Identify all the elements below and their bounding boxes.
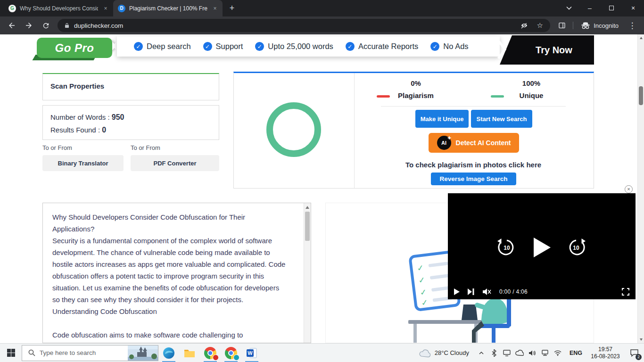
try-now-button[interactable]: Try Now bbox=[500, 35, 594, 65]
article-paragraph: Understanding Code Obfuscation bbox=[52, 305, 288, 317]
notification-count-badge: 2 bbox=[636, 354, 642, 360]
toolbar-divider bbox=[573, 22, 573, 29]
wifi-icon[interactable] bbox=[553, 348, 562, 358]
taskbar-file-explorer-icon[interactable] bbox=[179, 344, 200, 362]
speaker-icon[interactable] bbox=[528, 348, 537, 358]
words-label: Number of Words : bbox=[50, 113, 112, 121]
tab-close-icon[interactable]: × bbox=[211, 5, 219, 12]
search-highlight-image[interactable] bbox=[128, 346, 158, 361]
scroll-down-arrow[interactable] bbox=[640, 338, 643, 341]
photos-hint-text: To check plagiarism in photos click here bbox=[355, 161, 591, 169]
language-indicator[interactable]: ENG bbox=[565, 350, 586, 356]
taskbar-search-input[interactable]: Type here to search bbox=[22, 345, 158, 361]
binary-translator-button[interactable]: Binary Translator bbox=[42, 155, 124, 171]
taskbar-edge-icon[interactable] bbox=[158, 344, 179, 362]
video-player[interactable]: 10 10 0:00 / 4:06 bbox=[448, 193, 636, 299]
plagiarism-percentage: 0% bbox=[390, 79, 442, 87]
scan-stats-card: Number of Words : 950 Results Found : 0 bbox=[42, 105, 219, 140]
stats-divider bbox=[381, 106, 566, 107]
gopro-button[interactable]: Go Pro bbox=[37, 38, 112, 58]
side-panel-icon[interactable] bbox=[554, 18, 570, 33]
maximize-icon bbox=[609, 6, 614, 10]
rewind-10-button[interactable]: 10 bbox=[496, 237, 517, 258]
article-scrollbar-thumb[interactable] bbox=[305, 212, 310, 241]
unique-donut-chart bbox=[266, 102, 321, 157]
reverse-image-search-button[interactable]: Reverse Image Search bbox=[431, 173, 516, 185]
tab-bar: G Why Should Developers Conside × D Plag… bbox=[0, 0, 644, 16]
word-icon: W bbox=[246, 347, 257, 359]
clock-time: 19:57 bbox=[590, 346, 620, 353]
page-scrollbar[interactable] bbox=[637, 34, 644, 343]
detect-ai-label: Detect AI Content bbox=[456, 139, 511, 147]
panel-divider bbox=[354, 73, 355, 188]
maximize-button[interactable] bbox=[601, 0, 622, 16]
display-icon[interactable] bbox=[502, 348, 512, 358]
back-button[interactable] bbox=[4, 18, 20, 33]
fullscreen-button[interactable] bbox=[622, 288, 629, 296]
bluetooth-icon[interactable] bbox=[489, 348, 499, 358]
unique-percentage: 100% bbox=[505, 79, 557, 87]
start-new-search-button[interactable]: Start New Search bbox=[471, 110, 532, 128]
video-big-play-button[interactable] bbox=[534, 238, 551, 257]
chrome-badge bbox=[213, 354, 219, 361]
new-tab-button[interactable]: + bbox=[225, 2, 239, 15]
minimize-button[interactable]: – bbox=[579, 0, 601, 16]
start-button[interactable] bbox=[0, 344, 22, 362]
results-found-row: Results Found : 0 bbox=[50, 123, 211, 136]
tool-label: To or From bbox=[131, 144, 160, 151]
page-scrollbar-thumb[interactable] bbox=[639, 86, 643, 105]
unique-label: Unique bbox=[505, 91, 557, 99]
taskbar-clock[interactable]: 19:57 16-08-2023 bbox=[586, 346, 624, 360]
pdf-converter-button[interactable]: PDF Converter bbox=[131, 155, 219, 171]
svg-text:✓: ✓ bbox=[420, 287, 428, 297]
action-center-button[interactable]: 2 bbox=[624, 344, 644, 362]
tab-close-icon[interactable]: × bbox=[102, 5, 109, 12]
browser-toolbar: duplichecker.com ☆ Incognito ⋮ bbox=[0, 16, 644, 34]
close-video-ad-button[interactable]: × bbox=[625, 185, 633, 193]
url-text[interactable]: duplichecker.com bbox=[74, 22, 514, 29]
forward-10-button[interactable]: 10 bbox=[566, 237, 586, 258]
tab-favicon: D bbox=[118, 5, 125, 12]
next-video-button[interactable] bbox=[468, 288, 475, 295]
search-placeholder: Type here to search bbox=[35, 349, 128, 356]
feature-label: Support bbox=[216, 42, 243, 51]
article-paragraph: Security is a fundamental component of t… bbox=[52, 235, 288, 305]
mute-button[interactable] bbox=[483, 288, 491, 295]
hidden-icons-chevron[interactable] bbox=[477, 348, 486, 358]
bookmark-star-icon[interactable]: ☆ bbox=[534, 20, 545, 31]
browser-window: G Why Should Developers Conside × D Plag… bbox=[0, 0, 644, 362]
taskbar-weather[interactable]: 28°C Cloudy bbox=[414, 349, 474, 357]
close-window-button[interactable]: × bbox=[622, 0, 644, 16]
address-bar[interactable]: duplichecker.com ☆ bbox=[58, 19, 550, 32]
results-label: Results Found : bbox=[50, 126, 102, 134]
browser-menu-icon[interactable]: ⋮ bbox=[624, 18, 640, 33]
rewind-label: 10 bbox=[504, 245, 510, 251]
taskbar-word-icon[interactable]: W bbox=[241, 344, 262, 362]
scroll-up-arrow[interactable] bbox=[640, 37, 643, 39]
plagiarism-legend-dash bbox=[377, 95, 390, 98]
article-scrollbar[interactable] bbox=[304, 203, 311, 343]
taskbar-chrome-2-icon[interactable] bbox=[221, 344, 241, 362]
make-it-unique-button[interactable]: Make it Unique bbox=[415, 110, 469, 128]
tab-plagiarism-checker[interactable]: D Plagiarism Checker | 100% Free a × bbox=[113, 0, 223, 16]
scroll-up-arrow[interactable] bbox=[305, 206, 309, 209]
tab-title: Plagiarism Checker | 100% Free a bbox=[129, 5, 207, 12]
article-paragraph: Why Should Developers Consider Code Obfu… bbox=[52, 211, 288, 235]
tab-article[interactable]: G Why Should Developers Conside × bbox=[4, 0, 113, 16]
edge-icon bbox=[163, 347, 175, 359]
ethernet-icon[interactable] bbox=[540, 348, 550, 358]
detect-ai-content-button[interactable]: AI Detect AI Content bbox=[429, 133, 519, 153]
feature-label: Deep search bbox=[147, 42, 191, 51]
cloud-icon bbox=[419, 349, 431, 357]
video-play-button[interactable] bbox=[454, 288, 460, 295]
tracking-protection-eye-icon[interactable] bbox=[519, 20, 530, 31]
tab-search-chevron-icon[interactable] bbox=[559, 0, 579, 16]
feature-label: Accurate Reports bbox=[358, 42, 418, 51]
refresh-button[interactable] bbox=[38, 18, 54, 33]
forward-button[interactable] bbox=[21, 18, 37, 33]
onedrive-cloud-icon[interactable] bbox=[515, 348, 524, 358]
clock-date: 16-08-2023 bbox=[590, 353, 620, 360]
article-paragraph bbox=[52, 317, 288, 329]
taskbar-chrome-icon[interactable] bbox=[200, 344, 221, 362]
svg-text:✓: ✓ bbox=[416, 263, 424, 273]
